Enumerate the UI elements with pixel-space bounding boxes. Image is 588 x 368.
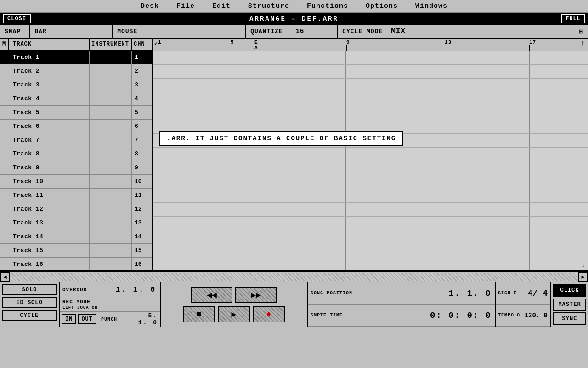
track-row-8[interactable]: Track 8 8 (0, 147, 152, 161)
arrange-grid[interactable]: .ARR. IT JUST CONTAINS A COUPLE OF BASIC… (153, 51, 588, 270)
window-title: ARRANGE – DEF.ARR (249, 15, 339, 23)
track-row-2[interactable]: Track 2 2 (0, 64, 152, 78)
solo-button[interactable]: SOLO (2, 284, 57, 295)
track-name-11: Track 11 (9, 189, 90, 202)
track-row-15[interactable]: Track 15 15 (0, 244, 152, 258)
punch-label: PUNCH (98, 317, 135, 322)
sync-button[interactable]: SYNC (553, 312, 586, 325)
track-row-13[interactable]: Track 13 13 (0, 216, 152, 230)
horizontal-scrollbar[interactable]: ◀ ▶ (0, 271, 588, 282)
track-name-13: Track 13 (9, 216, 90, 230)
menu-desk[interactable]: Desk (139, 1, 161, 11)
track-chn-13: 13 (132, 216, 153, 230)
track-instrument-2 (90, 64, 132, 78)
sign-tempo-section: SIGN I 4/ 4 TEMPO O 120. 0 (496, 282, 551, 327)
menu-windows[interactable]: Windows (413, 1, 449, 11)
close-button[interactable]: CLOSE (3, 14, 31, 23)
stop-icon: ■ (197, 310, 202, 319)
track-row-5[interactable]: Track 5 5 (0, 106, 152, 120)
track-m-4 (0, 92, 9, 105)
ed-solo-button[interactable]: ED SOLO (2, 297, 57, 308)
bar-label: BAR (34, 28, 46, 35)
track-name-10: Track 10 (9, 175, 90, 188)
song-position-label: SONG POSITION (308, 290, 355, 297)
song-position-row: SONG POSITION 1. 1. 0 (308, 282, 495, 305)
stop-button[interactable]: ■ (183, 306, 215, 322)
quantize-section[interactable]: QUANTIZE 16 (246, 25, 338, 38)
track-m-1 (0, 51, 9, 64)
cycle-button[interactable]: CYCLE (2, 310, 57, 321)
menu-bar: Desk File Edit Structure Functions Optio… (0, 0, 588, 13)
track-row-3[interactable]: Track 3 3 (0, 78, 152, 92)
track-chn-6: 6 (132, 120, 153, 133)
title-bar: CLOSE ARRANGE – DEF.ARR FULL (0, 13, 588, 25)
track-name-16: Track 16 (9, 258, 90, 271)
track-row-12[interactable]: Track 12 12 (0, 202, 152, 216)
track-chn-12: 12 (132, 202, 153, 216)
track-name-7: Track 7 (9, 133, 90, 147)
menu-file[interactable]: File (175, 1, 197, 11)
track-row-14[interactable]: Track 14 14 (0, 230, 152, 244)
track-name-4: Track 4 (9, 92, 90, 105)
track-instrument-10 (90, 175, 132, 188)
click-button[interactable]: CLICK (553, 284, 586, 297)
punch-out-button[interactable]: OUT (78, 314, 96, 324)
track-chn-2: 2 (132, 64, 153, 78)
scroll-left-button[interactable]: ◀ (0, 272, 10, 282)
track-row-6[interactable]: Track 6 6 (0, 120, 152, 133)
track-m-8 (0, 147, 9, 161)
record-button[interactable]: ● (253, 306, 285, 322)
track-row-7[interactable]: Track 7 7 (0, 133, 152, 147)
full-button[interactable]: FULL (561, 14, 585, 23)
track-instrument-4 (90, 92, 132, 105)
track-row-4[interactable]: Track 4 4 (0, 92, 152, 106)
locator-section: OVERDUB 1. 1. 0 REC MODE LEFT LOCATOR IN… (60, 282, 161, 327)
track-m-2 (0, 64, 9, 78)
overdub-row: OVERDUB 1. 1. 0 (60, 282, 160, 297)
rewind-button[interactable]: ◀◀ (191, 287, 232, 303)
track-name-6: Track 6 (9, 120, 90, 133)
scroll-right-button[interactable]: ▶ (578, 272, 588, 282)
track-m-9 (0, 161, 9, 174)
master-button[interactable]: MASTER (553, 299, 586, 311)
cycle-mode-label: CYCLE MODE (342, 28, 383, 35)
track-m-11 (0, 189, 9, 202)
menu-structure[interactable]: Structure (246, 1, 291, 11)
cycle-mode-value: MIX (391, 27, 406, 35)
fast-forward-button[interactable]: ▶▶ (235, 287, 277, 303)
track-row-11[interactable]: Track 11 11 (0, 189, 152, 202)
smpte-value: 0: 0: 0: 0 (351, 310, 495, 321)
sign-label: SIGN (496, 290, 513, 297)
right-buttons: CLICK MASTER SYNC (551, 282, 588, 327)
bar-section[interactable]: BAR (30, 25, 113, 38)
track-row-9[interactable]: Track 9 9 (0, 161, 152, 175)
punch-in-button[interactable]: IN (62, 314, 76, 324)
track-instrument-14 (90, 230, 132, 243)
track-instrument-13 (90, 216, 132, 230)
track-chn-15: 15 (132, 244, 153, 257)
tempo-row: TEMPO O 120. 0 (496, 305, 550, 327)
song-position-section: SONG POSITION 1. 1. 0 SMPTE TIME 0: 0: 0… (308, 282, 496, 327)
mouse-section[interactable]: MOUSE (113, 25, 246, 38)
arrange-ruler: ↙ 1 5 EA 9 13 17 ↑ (153, 39, 588, 50)
play-button[interactable]: ▶ (218, 306, 250, 322)
track-row-1[interactable]: Track 1 1 (0, 51, 152, 64)
track-row-10[interactable]: Track 10 10 (0, 175, 152, 189)
popup-text: .ARR. IT JUST CONTAINS A COUPLE OF BASIC… (167, 135, 396, 142)
scroll-track[interactable] (11, 273, 577, 281)
cycle-mode-section[interactable]: CYCLE MODE MIX ⊞ (338, 25, 588, 38)
track-name-9: Track 9 (9, 161, 90, 174)
track-row-16[interactable]: Track 16 16 (0, 258, 152, 271)
track-instrument-1 (90, 51, 132, 64)
overdub-label: OVERDUB (60, 287, 96, 293)
snap-section: SNAP (0, 25, 30, 38)
toolbar: SNAP BAR MOUSE QUANTIZE 16 CYCLE MODE MI… (0, 25, 588, 39)
menu-options[interactable]: Options (364, 1, 400, 11)
col-m-header: M (0, 39, 9, 50)
menu-edit[interactable]: Edit (210, 1, 232, 11)
track-m-16 (0, 258, 9, 271)
resize-icon[interactable]: ⊞ (579, 28, 583, 35)
smpte-row: SMPTE TIME 0: 0: 0: 0 (308, 305, 495, 327)
track-instrument-3 (90, 78, 132, 92)
menu-functions[interactable]: Functions (305, 1, 350, 11)
